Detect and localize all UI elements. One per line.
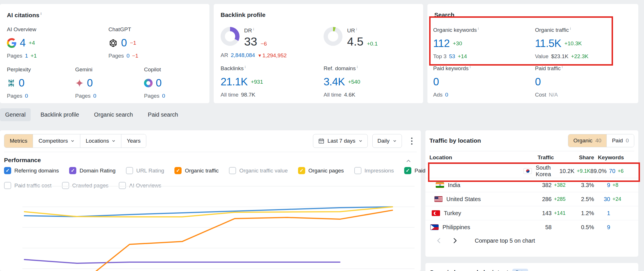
checkbox-organic-pages[interactable]: Organic pages	[298, 167, 344, 174]
pages-label: Pages	[144, 93, 159, 99]
date-range-button[interactable]: Last 7 days	[313, 134, 368, 148]
sub-delta: +14	[458, 53, 467, 60]
stat-delta: −6	[261, 41, 267, 47]
traffic-value: 10.2K	[551, 168, 575, 174]
report-tabs: General Backlink profile Organic search …	[0, 108, 183, 121]
sub-value: $23.1K	[551, 53, 568, 60]
pages-value[interactable]: 0	[162, 93, 165, 99]
info-icon[interactable]: i	[245, 65, 246, 69]
tab-organic-search[interactable]: Organic search	[89, 108, 138, 121]
traffic-delta: +285	[552, 196, 572, 202]
checkbox-icon	[174, 167, 182, 174]
keywords-value[interactable]: 30	[594, 196, 610, 203]
checkbox-impressions[interactable]: Impressions	[354, 167, 394, 174]
stat-value[interactable]: 112	[433, 38, 450, 50]
toggle-count: 40	[595, 138, 601, 144]
google-icon	[7, 38, 17, 48]
previous-page-icon[interactable]	[435, 237, 443, 244]
collapse-section-icon[interactable]	[405, 158, 412, 164]
table-row-united-states[interactable]: United States 286 +285 2.5% 30 +24	[425, 192, 638, 206]
checkbox-icon	[354, 167, 361, 174]
card-title: Search	[434, 11, 454, 18]
info-icon[interactable]: i	[562, 65, 563, 69]
pages-value[interactable]: 0	[127, 53, 130, 59]
pages-value[interactable]: 1	[25, 53, 28, 59]
segment-locations[interactable]: Locations	[80, 134, 121, 148]
checkbox-domain-rating[interactable]: Domain Rating	[69, 167, 116, 174]
flag-philippines-icon	[430, 224, 439, 230]
pages-label: Pages	[108, 53, 124, 59]
sub-delta: +22.3K	[571, 53, 588, 60]
checkbox-organic-traffic-value[interactable]: Organic traffic value	[229, 167, 288, 174]
info-icon[interactable]: i	[356, 27, 357, 31]
info-icon[interactable]: i	[357, 65, 358, 69]
stat-value[interactable]: 0	[19, 77, 24, 89]
info-icon[interactable]: i	[40, 11, 42, 16]
ar-delta: 1,294,952	[262, 52, 287, 59]
segment-competitors[interactable]: Competitors	[33, 134, 80, 148]
more-options-icon[interactable]	[406, 134, 417, 148]
pages-value[interactable]: 0	[25, 93, 28, 99]
ar-value[interactable]: 2,848,084	[231, 52, 255, 58]
table-row-turkey[interactable]: Turkey 143 +141 1.2% 1	[425, 206, 638, 220]
traffic-value: 286	[509, 196, 552, 203]
keywords-value[interactable]: 9	[594, 182, 610, 188]
share-value: 3.3%	[572, 182, 594, 188]
ahrefs-rank-row: AR 2,848,084 ▼1,294,952	[221, 52, 287, 59]
keywords-value[interactable]: 1	[594, 210, 610, 217]
section-title: Performance	[4, 157, 41, 164]
info-icon[interactable]: i	[253, 27, 254, 31]
tab-backlink-profile[interactable]: Backlink profile	[35, 108, 84, 121]
stat-value[interactable]: 3.4K	[324, 76, 345, 88]
table-row-south-korea[interactable]: South Korea 10.2K +9.1K 89.0% 70 +6	[425, 164, 638, 178]
tab-paid-search[interactable]: Paid search	[143, 108, 183, 121]
tab-general[interactable]: General	[0, 108, 31, 121]
stat-label: Ref. domains	[324, 65, 356, 71]
stat-value[interactable]: 4	[20, 37, 26, 49]
stat-value[interactable]: 0	[535, 76, 541, 88]
traffic-delta: +141	[552, 210, 572, 216]
stat-label: Copilot	[144, 66, 165, 73]
chart-line-domain-rating	[24, 260, 340, 263]
checkbox-icon	[4, 167, 11, 174]
flag-india-icon	[436, 182, 444, 188]
segment-years[interactable]: Years	[121, 134, 146, 148]
pages-label: Pages	[75, 93, 91, 99]
next-page-icon[interactable]	[451, 237, 459, 244]
stat-label: Paid traffic	[535, 65, 561, 71]
table-row-india[interactable]: India 382 +382 3.3% 9 +8	[425, 178, 638, 192]
stat-value[interactable]: 0	[433, 76, 439, 88]
dr-donut-chart	[221, 27, 240, 46]
pages-delta: −1	[132, 53, 138, 59]
keywords-value[interactable]: 70	[607, 168, 615, 174]
stat-value[interactable]: 21.1K	[221, 76, 248, 88]
info-icon[interactable]: i	[570, 26, 571, 31]
organic-paid-toggle: Organic40 Paid0	[568, 134, 634, 147]
table-row-philippines[interactable]: Philippines 58 0.5% 9	[425, 220, 638, 234]
keywords-value[interactable]: 9	[594, 224, 610, 231]
stat-value[interactable]: 0	[156, 77, 162, 89]
sub-value[interactable]: 53	[449, 53, 455, 60]
toggle-organic[interactable]: Organic40	[568, 134, 607, 147]
checkbox-url-rating[interactable]: URL Rating	[126, 167, 164, 174]
toggle-paid[interactable]: Paid0	[606, 134, 634, 147]
flag-turkey-icon	[432, 210, 440, 216]
header-keywords: Keywords	[594, 154, 624, 161]
checkbox-referring-domains[interactable]: Referring domains	[4, 167, 59, 174]
checkbox-icon	[404, 167, 411, 174]
stat-delta: +931	[251, 79, 263, 85]
stat-value[interactable]: 11.5K	[535, 38, 561, 50]
location-pager: Compare top 5 on chart	[435, 233, 535, 249]
segment-metrics[interactable]: Metrics	[4, 134, 33, 148]
flag-south-korea-icon	[524, 168, 532, 174]
info-icon[interactable]: i	[470, 65, 471, 69]
checkbox-organic-traffic[interactable]: Organic traffic	[174, 167, 219, 174]
stat-value[interactable]: 0	[121, 37, 127, 49]
compare-top5-link[interactable]: Compare top 5 on chart	[475, 237, 535, 244]
granularity-button[interactable]: Daily	[372, 134, 402, 148]
stat-value[interactable]: 0	[87, 77, 93, 89]
pages-value[interactable]: 0	[93, 93, 96, 99]
sub-label: Value	[535, 53, 548, 60]
info-icon[interactable]: i	[478, 26, 479, 31]
sub-value[interactable]: 0	[445, 92, 448, 98]
